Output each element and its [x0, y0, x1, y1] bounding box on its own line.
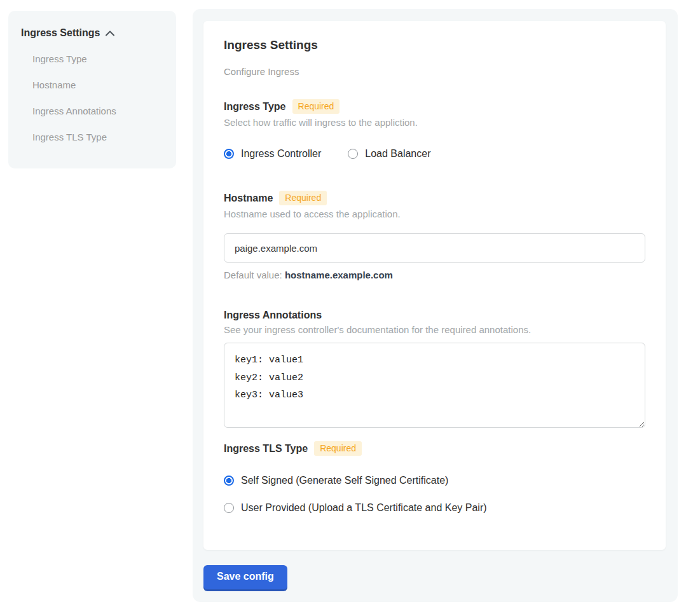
- page-subtitle: Configure Ingress: [224, 66, 645, 77]
- sidebar-group-ingress-settings[interactable]: Ingress Settings: [21, 27, 163, 39]
- tls-type-label-row: Ingress TLS Type Required: [224, 441, 645, 456]
- chevron-up-icon: [106, 27, 114, 39]
- self-signed-radio-label: Self Signed (Generate Self Signed Certif…: [241, 475, 448, 486]
- load-balancer-radio-label: Load Balancer: [365, 148, 430, 160]
- user-provided-radio[interactable]: [224, 503, 234, 513]
- sidebar-group-label: Ingress Settings: [21, 27, 100, 39]
- hostname-label: Hostname: [224, 193, 273, 204]
- config-main-panel: Ingress Settings Configure Ingress Ingre…: [193, 9, 678, 602]
- hostname-default-line: Default value: hostname.example.com: [224, 270, 645, 280]
- page-title: Ingress Settings: [224, 38, 645, 52]
- radio-option-self-signed[interactable]: Self Signed (Generate Self Signed Certif…: [224, 475, 645, 486]
- config-card: Ingress Settings Configure Ingress Ingre…: [203, 21, 666, 550]
- user-provided-radio-label: User Provided (Upload a TLS Certificate …: [241, 502, 487, 514]
- sidebar-item-list: Ingress Type Hostname Ingress Annotation…: [32, 53, 163, 142]
- save-row: Save config: [203, 565, 666, 589]
- hostname-default-value: hostname.example.com: [285, 270, 393, 280]
- ingress-type-options: Ingress Controller Load Balancer: [224, 148, 645, 160]
- tls-type-label: Ingress TLS Type: [224, 443, 308, 455]
- radio-option-user-provided[interactable]: User Provided (Upload a TLS Certificate …: [224, 502, 645, 514]
- sidebar-item-ingress-type[interactable]: Ingress Type: [32, 53, 163, 64]
- hostname-input[interactable]: [224, 233, 645, 263]
- hostname-default-prefix: Default value:: [224, 270, 285, 280]
- section-hostname: Hostname Required Hostname used to acces…: [224, 191, 645, 280]
- tls-type-options: Self Signed (Generate Self Signed Certif…: [224, 475, 645, 514]
- save-config-button[interactable]: Save config: [203, 565, 287, 589]
- annotations-help: See your ingress controller's documentat…: [224, 324, 645, 335]
- sidebar-item-ingress-annotations[interactable]: Ingress Annotations: [32, 106, 163, 116]
- section-ingress-annotations: Ingress Annotations See your ingress con…: [224, 310, 645, 428]
- annotations-textarea[interactable]: key1: value1 key2: value2 key3: value3: [224, 343, 645, 428]
- radio-option-load-balancer[interactable]: Load Balancer: [348, 148, 430, 160]
- ingress-type-label: Ingress Type: [224, 101, 286, 113]
- ingress-controller-radio[interactable]: [224, 149, 234, 159]
- hostname-help: Hostname used to access the application.: [224, 209, 645, 219]
- hostname-label-row: Hostname Required: [224, 191, 645, 205]
- ingress-type-help: Select how traffic will ingress to the a…: [224, 117, 645, 128]
- sidebar-item-ingress-tls-type[interactable]: Ingress TLS Type: [32, 132, 163, 142]
- required-badge: Required: [314, 441, 362, 456]
- self-signed-radio[interactable]: [224, 476, 234, 486]
- section-ingress-type: Ingress Type Required Select how traffic…: [224, 99, 645, 160]
- sidebar-item-hostname[interactable]: Hostname: [32, 79, 163, 90]
- radio-option-ingress-controller[interactable]: Ingress Controller: [224, 148, 321, 160]
- config-nav-sidebar: Ingress Settings Ingress Type Hostname I…: [8, 11, 176, 168]
- ingress-controller-radio-label: Ingress Controller: [241, 148, 321, 160]
- annotations-label: Ingress Annotations: [224, 310, 322, 321]
- ingress-type-label-row: Ingress Type Required: [224, 99, 645, 114]
- load-balancer-radio[interactable]: [348, 149, 358, 159]
- required-badge: Required: [292, 99, 340, 114]
- required-badge: Required: [279, 191, 327, 205]
- section-ingress-tls-type: Ingress TLS Type Required Self Signed (G…: [224, 441, 645, 514]
- annotations-label-row: Ingress Annotations: [224, 310, 645, 321]
